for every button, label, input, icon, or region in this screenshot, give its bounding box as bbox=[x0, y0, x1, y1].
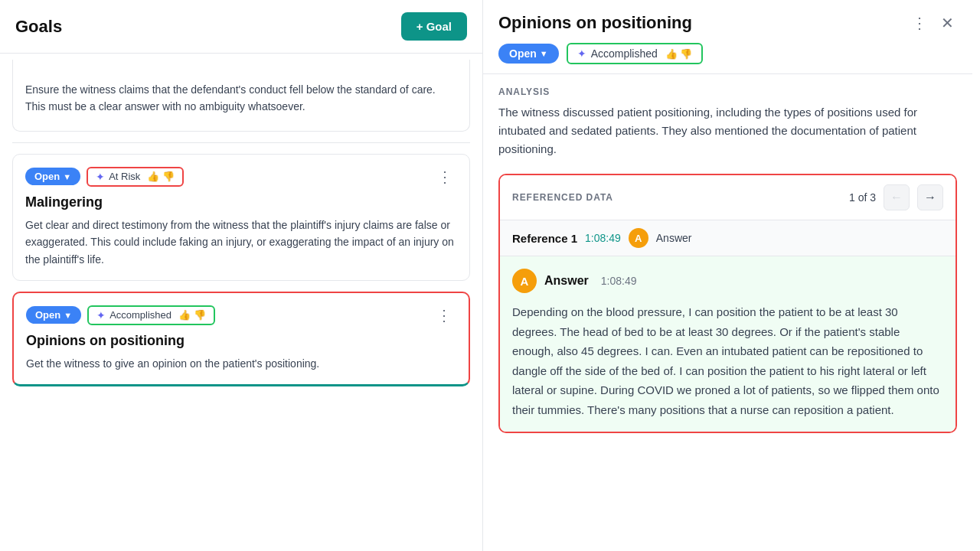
left-panel: Goals + Goal Ensure the witness claims t… bbox=[0, 0, 482, 551]
thumbs-icons-2: 👍 👎 bbox=[178, 309, 206, 321]
ref-pagination: 1 of 3 ← → bbox=[849, 184, 943, 210]
right-panel: Opinions on positioning ⋮ ✕ Open ▼ ✦ Acc… bbox=[482, 0, 972, 551]
prev-arrow-button[interactable]: ← bbox=[884, 184, 910, 210]
right-status-badge[interactable]: Open ▼ bbox=[498, 44, 559, 64]
add-goal-button[interactable]: + Goal bbox=[401, 12, 467, 41]
ref-answer-label: Answer bbox=[656, 232, 692, 244]
accomplished-label: Accomplished bbox=[109, 309, 172, 321]
status-badge-open-2[interactable]: Open ▼ bbox=[26, 306, 81, 324]
ref-count: 1 of 3 bbox=[849, 191, 876, 204]
transcript-text: Depending on the blood pressure, I can p… bbox=[512, 302, 943, 419]
transcript-avatar: A bbox=[512, 269, 537, 293]
referenced-data-box: REFERENCED DATA 1 of 3 ← → Reference 1 1… bbox=[498, 174, 957, 433]
status-badge-open[interactable]: Open ▼ bbox=[25, 168, 80, 185]
open-label-2: Open bbox=[35, 309, 60, 321]
header: Goals + Goal bbox=[0, 0, 482, 54]
goal-card-header: Open ▼ ✦ At Risk 👍 👎 ⋮ bbox=[25, 167, 457, 187]
close-button[interactable]: ✕ bbox=[938, 12, 957, 34]
transcript-timestamp: 1:08:49 bbox=[601, 275, 637, 287]
chevron-down-icon: ▼ bbox=[63, 172, 71, 181]
goal-title: Malingering bbox=[25, 194, 457, 210]
goal-description: Get clear and direct testimony from the … bbox=[25, 217, 457, 268]
analysis-section: ANALYSIS The witness discussed patient p… bbox=[498, 86, 957, 158]
right-panel-title: Opinions on positioning bbox=[498, 13, 692, 33]
page-title: Goals bbox=[15, 17, 62, 37]
thumbs-icons-right: 👍 👎 bbox=[665, 48, 693, 60]
goal-card-badges-2: Open ▼ ✦ Accomplished 👍 👎 bbox=[26, 305, 215, 325]
right-content: ANALYSIS The witness discussed patient p… bbox=[483, 74, 972, 551]
ref-item-label: Reference 1 bbox=[512, 232, 577, 245]
ref-avatar: A bbox=[629, 228, 648, 248]
right-header-actions: ⋮ ✕ bbox=[909, 12, 957, 34]
more-options-icon-button[interactable]: ⋮ bbox=[909, 12, 930, 34]
ref-item-bar: Reference 1 1:08:49 A Answer bbox=[500, 220, 956, 256]
transcript-speaker: Answer bbox=[544, 274, 589, 288]
star-icon: ✦ bbox=[96, 171, 105, 183]
accomplished-badge: ✦ Accomplished 👍 👎 bbox=[87, 305, 215, 325]
right-header: Opinions on positioning ⋮ ✕ Open ▼ ✦ Acc… bbox=[483, 0, 972, 74]
divider-1 bbox=[12, 142, 470, 143]
right-open-label: Open bbox=[509, 47, 537, 60]
goal-card-header-2: Open ▼ ✦ Accomplished 👍 👎 ⋮ bbox=[26, 305, 456, 325]
next-arrow-button[interactable]: → bbox=[917, 184, 943, 210]
open-label: Open bbox=[34, 171, 60, 182]
more-options-button-2[interactable]: ⋮ bbox=[432, 306, 456, 324]
ref-header: REFERENCED DATA 1 of 3 ← → bbox=[500, 175, 956, 220]
goal-card-badges: Open ▼ ✦ At Risk 👍 👎 bbox=[25, 167, 184, 187]
goal-description-2: Get the witness to give an opinion on th… bbox=[26, 355, 456, 372]
chevron-down-icon-2: ▼ bbox=[64, 311, 72, 320]
thumbs-icons: 👍 👎 bbox=[147, 171, 175, 182]
transcript-header: A Answer 1:08:49 bbox=[512, 269, 943, 293]
star-icon-2: ✦ bbox=[96, 309, 106, 321]
goal-title-2: Opinions on positioning bbox=[26, 333, 456, 349]
analysis-label: ANALYSIS bbox=[498, 86, 957, 97]
goals-list: Ensure the witness claims that the defen… bbox=[0, 54, 482, 551]
right-accomplished-badge[interactable]: ✦ Accomplished 👍 👎 bbox=[567, 43, 704, 64]
analysis-text: The witness discussed patient positionin… bbox=[498, 103, 957, 158]
goal-card-opinions[interactable]: Open ▼ ✦ Accomplished 👍 👎 ⋮ Opinions on … bbox=[12, 292, 470, 386]
transcript-box: A Answer 1:08:49 Depending on the blood … bbox=[500, 256, 956, 432]
right-header-row: Opinions on positioning ⋮ ✕ bbox=[498, 12, 957, 34]
ref-timestamp: 1:08:49 bbox=[585, 232, 621, 244]
chevron-down-icon-right: ▼ bbox=[540, 49, 548, 58]
right-badges: Open ▼ ✦ Accomplished 👍 👎 bbox=[498, 43, 957, 64]
more-options-button[interactable]: ⋮ bbox=[433, 168, 457, 186]
ref-header-label: REFERENCED DATA bbox=[512, 192, 613, 203]
risk-label: At Risk bbox=[109, 171, 140, 182]
risk-badge: ✦ At Risk 👍 👎 bbox=[87, 167, 184, 187]
right-accomplished-label: Accomplished bbox=[591, 47, 658, 60]
goal-card-malingering[interactable]: Open ▼ ✦ At Risk 👍 👎 ⋮ Malingering Get c… bbox=[12, 154, 470, 281]
top-card-description: Ensure the witness claims that the defen… bbox=[25, 72, 457, 119]
star-icon-right: ✦ bbox=[577, 47, 586, 60]
main-container: Goals + Goal Ensure the witness claims t… bbox=[0, 0, 980, 551]
top-card: Ensure the witness claims that the defen… bbox=[12, 60, 470, 132]
